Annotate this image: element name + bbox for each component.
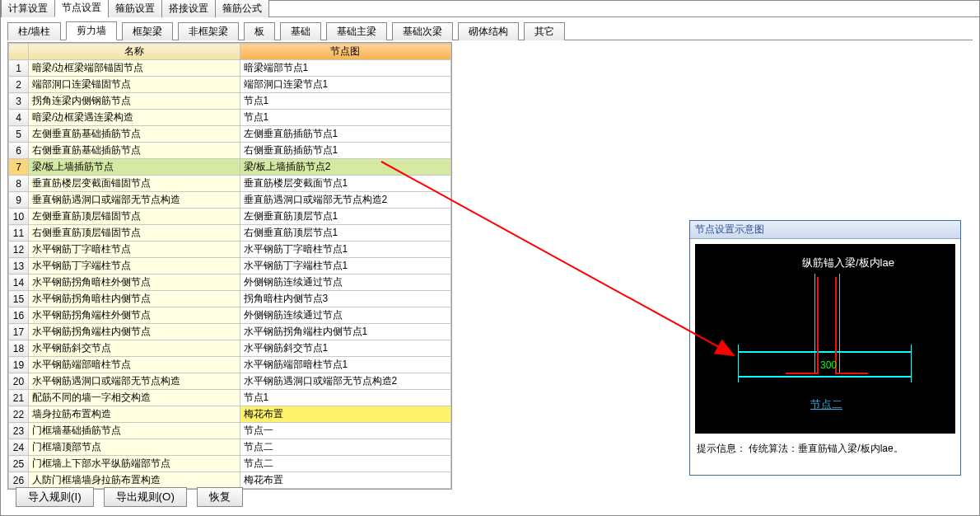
row-map[interactable]: 左侧垂直筋顶层节点1 [240,209,451,225]
row-name[interactable]: 端部洞口连梁锚固节点 [29,77,240,93]
row-name[interactable]: 水平钢筋拐角暗柱外侧节点 [29,274,240,291]
row-map[interactable]: 水平钢筋斜交节点1 [240,340,451,357]
table-row[interactable]: 9垂直钢筋遇洞口或端部无节点构造垂直筋遇洞口或端部无节点构造2 [9,192,451,209]
table-row[interactable]: 15水平钢筋拐角暗柱内侧节点拐角暗柱内侧节点3 [9,291,451,307]
row-name[interactable]: 门框墙上下部水平纵筋端部节点 [29,456,240,472]
row-map[interactable]: 节点一 [240,423,451,439]
subtab-masonry[interactable]: 砌体结构 [458,22,519,40]
row-map[interactable]: 垂直筋楼层变截面节点1 [240,176,451,192]
table-row[interactable]: 21配筋不同的墙一字相交构造节点1 [9,390,451,406]
row-name[interactable]: 门框墙基础插筋节点 [29,423,240,439]
preview-node-link[interactable]: 节点二 [810,397,842,412]
subtab-column[interactable]: 柱/墙柱 [7,22,61,40]
subtab-found-sub[interactable]: 基础次梁 [392,22,453,40]
subtab-shearwall[interactable]: 剪力墙 [66,21,117,40]
row-name[interactable]: 水平钢筋丁字暗柱节点 [29,242,240,258]
row-map[interactable]: 拐角暗柱内侧节点3 [240,291,451,307]
row-name[interactable]: 右侧垂直筋顶层锚固节点 [29,225,240,242]
tab-node-settings[interactable]: 节点设置 [54,0,109,17]
subtab-other[interactable]: 其它 [524,22,565,40]
row-map[interactable]: 外侧钢筋连续通过节点 [240,307,451,324]
row-name[interactable]: 拐角连梁内侧钢筋节点 [29,93,240,110]
row-name[interactable]: 梁/板上墙插筋节点 [29,159,240,176]
col-header-map[interactable]: 节点图 [240,44,451,60]
table-row[interactable]: 22墙身拉筋布置构造梅花布置 [9,406,451,423]
table-row[interactable]: 16水平钢筋拐角端柱外侧节点外侧钢筋连续通过节点 [9,307,451,324]
row-map[interactable]: 右侧垂直筋插筋节点1 [240,143,451,159]
subtab-framebeam[interactable]: 框架梁 [122,22,173,40]
table-row[interactable]: 2端部洞口连梁锚固节点端部洞口连梁节点1 [9,77,451,93]
table-row[interactable]: 24门框墙顶部节点节点二 [9,439,451,456]
table-row[interactable]: 1暗梁/边框梁端部锚固节点暗梁端部节点1 [9,60,451,77]
row-name[interactable]: 水平钢筋拐角暗柱内侧节点 [29,291,240,307]
row-map[interactable]: 节点1 [240,110,451,126]
row-name[interactable]: 门框墙顶部节点 [29,439,240,456]
tab-lap-settings[interactable]: 搭接设置 [161,0,216,17]
row-map[interactable]: 梅花布置 [240,406,451,423]
row-name[interactable]: 人防门框墙墙身拉筋布置构造 [29,472,240,489]
table-row[interactable]: 19水平钢筋端部暗柱节点水平钢筋端部暗柱节点1 [9,357,451,373]
node-table[interactable]: 名称 节点图 1暗梁/边框梁端部锚固节点暗梁端部节点12端部洞口连梁锚固节点端部… [8,43,451,489]
table-row[interactable]: 14水平钢筋拐角暗柱外侧节点外侧钢筋连续通过节点 [9,274,451,291]
row-name[interactable]: 垂直钢筋遇洞口或端部无节点构造 [29,192,240,209]
row-map[interactable]: 节点二 [240,439,451,456]
row-map[interactable]: 暗梁端部节点1 [240,60,451,77]
table-row[interactable]: 18水平钢筋斜交节点水平钢筋斜交节点1 [9,340,451,357]
table-row[interactable]: 17水平钢筋拐角端柱内侧节点水平钢筋拐角端柱内侧节点1 [9,324,451,340]
subtab-nonframebeam[interactable]: 非框架梁 [178,22,239,40]
row-map[interactable]: 节点二 [240,456,451,472]
row-map[interactable]: 节点1 [240,390,451,406]
table-row[interactable]: 12水平钢筋丁字暗柱节点水平钢筋丁字暗柱节点1 [9,242,451,258]
table-row[interactable]: 3拐角连梁内侧钢筋节点节点1 [9,93,451,110]
table-row[interactable]: 13水平钢筋丁字端柱节点水平钢筋丁字端柱节点1 [9,258,451,274]
table-row[interactable]: 7梁/板上墙插筋节点梁/板上墙插筋节点2 [9,159,451,176]
table-row[interactable]: 23门框墙基础插筋节点节点一 [9,423,451,439]
row-map[interactable]: 梅花布置 [240,472,451,489]
subtab-found-main[interactable]: 基础主梁 [326,22,387,40]
row-map[interactable]: 水平钢筋丁字端柱节点1 [240,258,451,274]
table-row[interactable]: 4暗梁/边框梁遇连梁构造节点1 [9,110,451,126]
row-name[interactable]: 水平钢筋拐角端柱外侧节点 [29,307,240,324]
subtab-foundation[interactable]: 基础 [280,22,321,40]
row-name[interactable]: 左侧垂直筋顶层锚固节点 [29,209,240,225]
row-map[interactable]: 垂直筋遇洞口或端部无节点构造2 [240,192,451,209]
table-row[interactable]: 20水平钢筋遇洞口或端部无节点构造水平钢筋遇洞口或端部无节点构造2 [9,373,451,390]
export-rules-button[interactable]: 导出规则(O) [104,487,187,507]
row-map[interactable]: 左侧垂直筋插筋节点1 [240,126,451,143]
row-name[interactable]: 水平钢筋拐角端柱内侧节点 [29,324,240,340]
row-map[interactable]: 外侧钢筋连续通过节点 [240,274,451,291]
row-map[interactable]: 水平钢筋遇洞口或端部无节点构造2 [240,373,451,390]
import-rules-button[interactable]: 导入规则(I) [16,487,94,507]
row-name[interactable]: 水平钢筋遇洞口或端部无节点构造 [29,373,240,390]
row-name[interactable]: 右侧垂直筋基础插筋节点 [29,143,240,159]
tab-stirrup-formula[interactable]: 箍筋公式 [215,0,269,17]
row-name[interactable]: 垂直筋楼层变截面锚固节点 [29,176,240,192]
row-name[interactable]: 水平钢筋丁字端柱节点 [29,258,240,274]
row-map[interactable]: 水平钢筋端部暗柱节点1 [240,357,451,373]
restore-button[interactable]: 恢复 [197,487,243,507]
row-map[interactable]: 水平钢筋拐角端柱内侧节点1 [240,324,451,340]
row-map[interactable]: 端部洞口连梁节点1 [240,77,451,93]
row-map[interactable]: 梁/板上墙插筋节点2 [240,159,451,176]
row-map[interactable]: 节点1 [240,93,451,110]
row-name[interactable]: 左侧垂直筋基础插筋节点 [29,126,240,143]
row-map[interactable]: 右侧垂直筋顶层节点1 [240,225,451,242]
row-name[interactable]: 暗梁/边框梁遇连梁构造 [29,110,240,126]
table-row[interactable]: 8垂直筋楼层变截面锚固节点垂直筋楼层变截面节点1 [9,176,451,192]
tab-stirrup-settings[interactable]: 箍筋设置 [108,0,162,17]
table-row[interactable]: 11右侧垂直筋顶层锚固节点右侧垂直筋顶层节点1 [9,225,451,242]
col-header-name[interactable]: 名称 [29,44,240,60]
subtab-slab[interactable]: 板 [244,22,275,40]
row-name[interactable]: 配筋不同的墙一字相交构造 [29,390,240,406]
table-row[interactable]: 10左侧垂直筋顶层锚固节点左侧垂直筋顶层节点1 [9,209,451,225]
table-row[interactable]: 6右侧垂直筋基础插筋节点右侧垂直筋插筋节点1 [9,143,451,159]
table-row[interactable]: 5左侧垂直筋基础插筋节点左侧垂直筋插筋节点1 [9,126,451,143]
row-name[interactable]: 水平钢筋端部暗柱节点 [29,357,240,373]
row-name[interactable]: 水平钢筋斜交节点 [29,340,240,357]
row-name[interactable]: 墙身拉筋布置构造 [29,406,240,423]
row-name[interactable]: 暗梁/边框梁端部锚固节点 [29,60,240,77]
tab-calc-settings[interactable]: 计算设置 [1,0,55,17]
table-row[interactable]: 25门框墙上下部水平纵筋端部节点节点二 [9,456,451,472]
row-map[interactable]: 水平钢筋丁字暗柱节点1 [240,242,451,258]
table-row[interactable]: 26人防门框墙墙身拉筋布置构造梅花布置 [9,472,451,489]
